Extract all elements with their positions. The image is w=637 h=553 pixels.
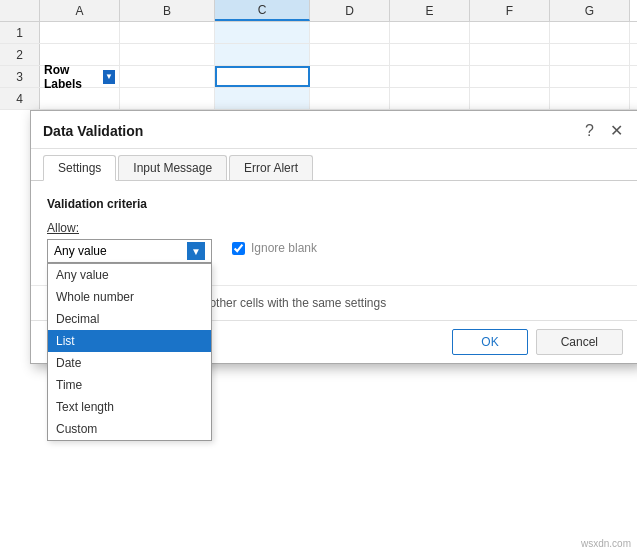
ignore-blank-row: Ignore blank — [232, 241, 317, 255]
col-header-f: F — [470, 0, 550, 21]
row-num-4: 4 — [0, 88, 40, 109]
cell-e2[interactable] — [390, 44, 470, 65]
cell-f3[interactable] — [470, 66, 550, 87]
cancel-button[interactable]: Cancel — [536, 329, 623, 355]
dropdown-item-decimal[interactable]: Decimal — [48, 308, 211, 330]
col-header-a: A — [40, 0, 120, 21]
allow-dropdown-box[interactable]: Any value ▼ — [47, 239, 212, 263]
col-header-d: D — [310, 0, 390, 21]
table-row: 4 — [0, 88, 637, 110]
col-header-g: G — [550, 0, 630, 21]
dialog-content: Validation criteria Allow: Any value ▼ A… — [31, 181, 637, 285]
help-icon[interactable]: ? — [581, 120, 598, 142]
row-labels-text: Row Labels — [44, 63, 101, 91]
row-num-3: 3 — [0, 66, 40, 87]
dialog-title: Data Validation — [43, 123, 143, 139]
data-validation-dialog: Data Validation ? ✕ Settings Input Messa… — [30, 110, 637, 364]
close-icon[interactable]: ✕ — [606, 119, 627, 142]
cell-e3[interactable] — [390, 66, 470, 87]
col-header-e: E — [390, 0, 470, 21]
dropdown-item-list[interactable]: List — [48, 330, 211, 352]
dialog-title-bar: Data Validation ? ✕ — [31, 111, 637, 149]
cell-f1[interactable] — [470, 22, 550, 43]
dropdown-item-whole-number[interactable]: Whole number — [48, 286, 211, 308]
cell-c3-selected[interactable] — [215, 66, 310, 87]
spreadsheet: A B C D E F G 1 2 — [0, 0, 637, 553]
allow-label: Allow: — [47, 221, 212, 235]
ignore-blank-checkbox[interactable] — [232, 242, 245, 255]
sheet-rows: 1 2 3 Row Labels — [0, 22, 637, 110]
title-bar-icons: ? ✕ — [581, 119, 627, 142]
tab-error-alert[interactable]: Error Alert — [229, 155, 313, 180]
cell-f2[interactable] — [470, 44, 550, 65]
allow-dropdown[interactable]: Any value ▼ Any value Whole number — [47, 239, 212, 263]
dropdown-list: Any value Whole number Decimal List — [47, 263, 212, 441]
allow-row: Allow: Any value ▼ Any value Who — [47, 221, 623, 263]
table-row: 1 — [0, 22, 637, 44]
dropdown-item-custom[interactable]: Custom — [48, 418, 211, 440]
dialog-tabs: Settings Input Message Error Alert — [31, 149, 637, 181]
dropdown-item-date[interactable]: Date — [48, 352, 211, 374]
cell-c2[interactable] — [215, 44, 310, 65]
row-num-1: 1 — [0, 22, 40, 43]
col-header-c: C — [215, 0, 310, 21]
dropdown-chevron-icon[interactable]: ▼ — [187, 242, 205, 260]
cell-b3[interactable] — [120, 66, 215, 87]
allow-field-group: Allow: Any value ▼ Any value Who — [47, 221, 212, 263]
cell-g3[interactable] — [550, 66, 630, 87]
row-labels-dropdown-icon[interactable] — [103, 70, 115, 84]
section-label: Validation criteria — [47, 197, 623, 211]
cell-a3[interactable]: Row Labels — [40, 66, 120, 87]
footer-right: OK Cancel — [452, 329, 623, 355]
ok-button[interactable]: OK — [452, 329, 527, 355]
dropdown-item-text-length[interactable]: Text length — [48, 396, 211, 418]
dropdown-item-any-value[interactable]: Any value — [48, 264, 211, 286]
tab-settings[interactable]: Settings — [43, 155, 116, 181]
column-headers: A B C D E F G — [0, 0, 637, 22]
tab-input-message[interactable]: Input Message — [118, 155, 227, 180]
ignore-blank-label: Ignore blank — [251, 241, 317, 255]
table-row: 3 Row Labels — [0, 66, 637, 88]
row-labels-button[interactable]: Row Labels — [44, 63, 115, 91]
row-num-2: 2 — [0, 44, 40, 65]
watermark: wsxdn.com — [581, 538, 631, 549]
cell-c1[interactable] — [215, 22, 310, 43]
row-num-header — [0, 0, 40, 21]
cell-g2[interactable] — [550, 44, 630, 65]
cell-g1[interactable] — [550, 22, 630, 43]
cell-d2[interactable] — [310, 44, 390, 65]
cell-a1[interactable] — [40, 22, 120, 43]
allow-selected-value: Any value — [54, 244, 107, 258]
dropdown-item-time[interactable]: Time — [48, 374, 211, 396]
col-header-b: B — [120, 0, 215, 21]
cell-d1[interactable] — [310, 22, 390, 43]
cell-b2[interactable] — [120, 44, 215, 65]
cell-b1[interactable] — [120, 22, 215, 43]
cell-d3[interactable] — [310, 66, 390, 87]
cell-e1[interactable] — [390, 22, 470, 43]
